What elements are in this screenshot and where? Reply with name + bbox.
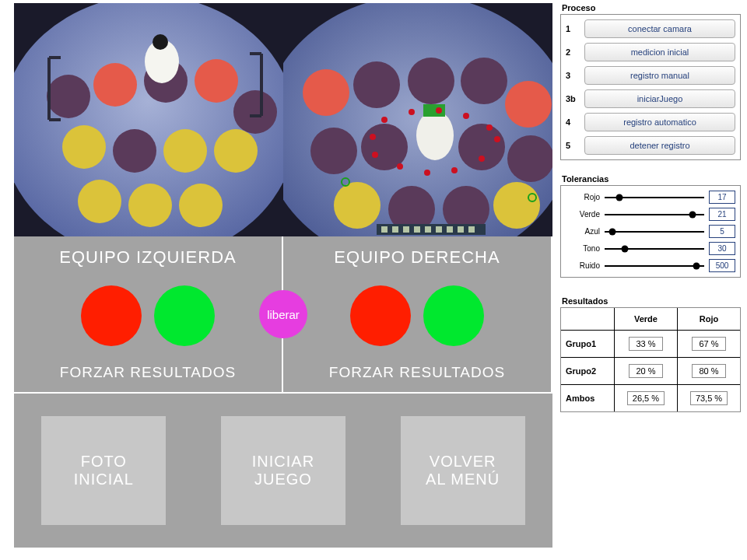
svg-point-13: [179, 184, 223, 227]
team-right-title: EQUIPO DERECHA: [334, 247, 500, 268]
svg-point-10: [214, 129, 258, 173]
proceso-panel: 1 conectar camara 2 medicion inicial 3 r…: [560, 14, 741, 160]
proceso-title: Proceso: [562, 3, 741, 12]
foto-inicial-button[interactable]: FOTO INICIAL: [41, 416, 166, 525]
svg-point-19: [353, 61, 400, 108]
res-header-verde: Verde: [614, 308, 677, 331]
tol-tono-value[interactable]: 30: [709, 242, 735, 255]
svg-point-20: [408, 58, 454, 104]
tolerancias-title: Tolerancias: [562, 174, 741, 184]
res-row-label: Ambos: [561, 385, 614, 412]
svg-point-23: [310, 128, 357, 174]
res-ambos-rojo: 73,5 %: [690, 391, 728, 405]
svg-rect-50: [403, 226, 409, 233]
svg-point-12: [128, 184, 172, 227]
tol-verde-slider[interactable]: [605, 209, 704, 220]
tolerancia-row: Ruido 500: [566, 259, 735, 272]
svg-point-34: [409, 109, 415, 115]
svg-rect-49: [392, 226, 398, 233]
team-left-red-swatch[interactable]: [81, 285, 142, 346]
svg-point-44: [370, 134, 376, 140]
detener-registro-button[interactable]: detener registro: [584, 136, 735, 155]
registro-manual-button[interactable]: registro manual: [584, 66, 735, 85]
svg-point-5: [195, 59, 238, 103]
svg-point-11: [78, 180, 121, 223]
proceso-step: 1 conectar camara: [566, 19, 735, 38]
tol-verde-label: Verde: [566, 210, 600, 219]
tol-tono-slider[interactable]: [605, 243, 704, 254]
registro-automatico-button[interactable]: registro automatico: [584, 113, 735, 131]
tolerancia-row: Azul 5: [566, 225, 735, 238]
tol-azul-label: Azul: [566, 227, 600, 236]
svg-point-31: [416, 110, 454, 160]
svg-point-15: [153, 34, 168, 50]
svg-point-37: [486, 124, 493, 131]
svg-point-43: [494, 136, 500, 142]
svg-rect-54: [447, 226, 453, 233]
svg-point-18: [303, 69, 349, 116]
svg-point-21: [461, 58, 507, 104]
proceso-step: 2 medicion inicial: [566, 43, 735, 61]
proceso-step: 3b iniciarJuego: [566, 89, 735, 108]
svg-point-35: [436, 107, 442, 114]
tol-rojo-value[interactable]: 17: [709, 191, 735, 204]
res-row-label: Grupo2: [561, 358, 614, 385]
tol-verde-value[interactable]: 21: [709, 208, 735, 221]
svg-point-22: [505, 81, 552, 128]
proceso-step: 3 registro manual: [566, 66, 735, 85]
svg-point-27: [334, 182, 381, 229]
svg-point-40: [424, 170, 430, 176]
tol-rojo-label: Rojo: [566, 193, 600, 201]
svg-rect-53: [436, 226, 442, 233]
liberar-button[interactable]: liberar: [259, 290, 307, 338]
resultados-table: Verde Rojo Grupo1 33 % 67 % Grupo2 20 % …: [561, 308, 740, 411]
res-grupo2-rojo: 80 %: [692, 364, 726, 378]
tol-rojo-slider[interactable]: [605, 192, 704, 203]
buttons-row: FOTO INICIAL INICIAR JUEGO VOLVER AL MEN…: [14, 392, 552, 548]
conectar-camara-button[interactable]: conectar camara: [584, 19, 735, 38]
camera-right: [283, 3, 552, 236]
tol-ruido-value[interactable]: 500: [709, 259, 735, 272]
proceso-step-num: 5: [566, 141, 584, 150]
team-left-green-swatch[interactable]: [154, 285, 215, 346]
svg-point-33: [381, 117, 388, 123]
svg-point-7: [62, 125, 106, 169]
proceso-step-num: 1: [566, 24, 584, 33]
svg-rect-52: [425, 226, 431, 233]
iniciar-juego-button[interactable]: INICIAR JUEGO: [221, 416, 345, 525]
svg-point-24: [361, 124, 408, 170]
medicion-inicial-button[interactable]: medicion inicial: [584, 43, 735, 61]
volver-menu-button[interactable]: VOLVER AL MENÚ: [401, 416, 525, 525]
res-grupo2-verde: 20 %: [629, 364, 663, 378]
resultados-title: Resultados: [562, 296, 741, 306]
team-left-swatches: [81, 285, 215, 346]
tolerancias-panel: Rojo 17 Verde 21 Azul 5 Tono 30 Ruido 50…: [560, 185, 741, 278]
teams-row: EQUIPO IZQUIERDA FORZAR RESULTADOS EQUIP…: [14, 236, 552, 392]
svg-point-36: [463, 113, 469, 119]
proceso-step: 5 detener registro: [566, 136, 735, 155]
tolerancia-row: Tono 30: [566, 242, 735, 255]
svg-point-3: [93, 63, 137, 107]
team-right-red-swatch[interactable]: [350, 285, 411, 346]
team-right-swatches: [350, 285, 484, 346]
res-ambos-verde: 26,5 %: [627, 391, 665, 405]
svg-point-25: [458, 124, 505, 170]
svg-rect-55: [458, 226, 464, 233]
tol-azul-slider[interactable]: [605, 226, 704, 237]
svg-point-8: [113, 129, 156, 173]
tol-azul-value[interactable]: 5: [709, 225, 735, 238]
team-right-green-swatch[interactable]: [423, 285, 484, 346]
team-left-footer[interactable]: FORZAR RESULTADOS: [60, 364, 236, 381]
tolerancia-row: Rojo 17: [566, 191, 735, 204]
svg-rect-48: [381, 226, 388, 233]
team-right-panel: EQUIPO DERECHA FORZAR RESULTADOS: [283, 236, 552, 392]
svg-point-39: [397, 163, 403, 170]
tol-ruido-slider[interactable]: [605, 261, 704, 271]
tol-ruido-label: Ruido: [566, 261, 600, 270]
iniciar-juego-proc-button[interactable]: iniciarJuego: [584, 89, 735, 108]
proceso-step-num: 4: [566, 117, 584, 127]
res-grupo1-rojo: 67 %: [692, 337, 726, 351]
team-right-footer[interactable]: FORZAR RESULTADOS: [329, 364, 505, 381]
camera-row: [14, 3, 552, 236]
svg-point-42: [479, 156, 485, 162]
